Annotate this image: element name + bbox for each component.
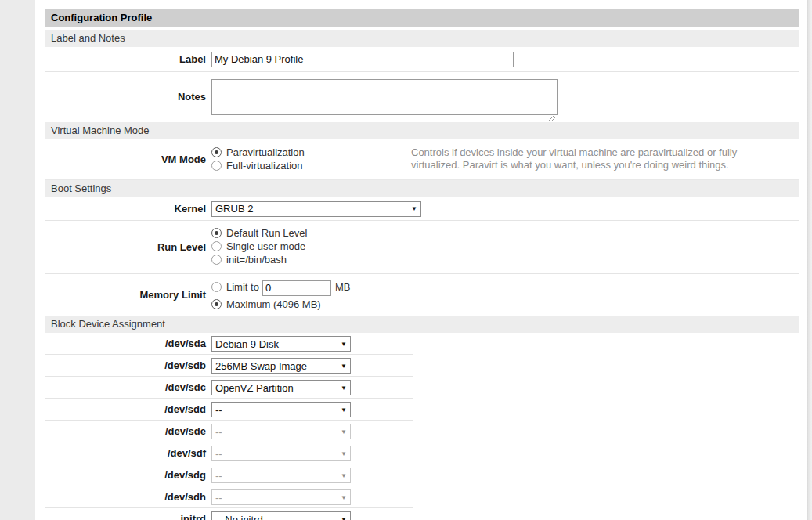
- block-device-row: /dev/sde -- ▼: [45, 421, 413, 442]
- chevron-down-icon: ▼: [411, 205, 419, 212]
- kernel-row: Kernel GRUB 2 ▼: [45, 197, 799, 221]
- block-device-row: /dev/sdd -- ▼: [45, 399, 413, 421]
- device-select[interactable]: Debian 9 Disk ▼: [211, 336, 351, 352]
- section-header-boot-settings: Boot Settings: [45, 180, 799, 197]
- run-level-row: Run Level Default Run Level Single user …: [45, 221, 799, 274]
- device-label: /dev/sdh: [45, 486, 206, 507]
- memory-limit-input[interactable]: [262, 280, 331, 296]
- section-header-label-notes: Label and Notes: [45, 30, 799, 47]
- block-device-row: /dev/sdb 256MB Swap Image ▼: [45, 355, 413, 377]
- chevron-down-icon: ▼: [341, 450, 348, 457]
- vm-mode-row: VM Mode Paravirtualization Full-virtuali…: [45, 139, 799, 180]
- device-label: /dev/sdb: [45, 355, 206, 376]
- device-label: /dev/sdg: [45, 464, 206, 486]
- memory-limit-row: Memory Limit Limit toMB Maximum (4096 MB…: [45, 274, 799, 316]
- notes-field-label: Notes: [45, 72, 206, 122]
- memory-limit-label: Memory Limit: [45, 289, 206, 301]
- chevron-down-icon: ▼: [341, 385, 348, 392]
- block-device-row: initrd -- No initrd -- ▼: [45, 508, 413, 520]
- page-title: Configuration Profile: [45, 9, 799, 27]
- chevron-down-icon: ▼: [341, 516, 348, 520]
- single-user-mode-radio-label: Single user mode: [226, 240, 305, 252]
- chevron-down-icon: ▼: [341, 363, 348, 370]
- device-select[interactable]: 256MB Swap Image ▼: [211, 358, 351, 374]
- chevron-down-icon: ▼: [341, 341, 348, 348]
- run-level-label: Run Level: [45, 241, 206, 253]
- device-select[interactable]: -- ▼: [211, 446, 351, 461]
- section-header-block-devices: Block Device Assignment: [45, 316, 799, 333]
- single-user-mode-radio[interactable]: [211, 241, 222, 251]
- device-label: /dev/sde: [45, 421, 206, 442]
- chevron-down-icon: ▼: [341, 494, 348, 501]
- device-label: /dev/sdf: [45, 442, 206, 464]
- limit-to-radio[interactable]: [211, 282, 222, 292]
- vm-mode-label: VM Mode: [45, 153, 206, 165]
- kernel-label: Kernel: [45, 203, 206, 215]
- device-label: /dev/sdc: [45, 377, 206, 398]
- section-header-vm-mode: Virtual Machine Mode: [45, 122, 799, 139]
- form-content: Configuration Profile Label and Notes La…: [45, 9, 799, 520]
- label-input[interactable]: [211, 52, 514, 67]
- maximum-memory-radio-label: Maximum (4096 MB): [226, 298, 321, 310]
- configuration-profile-page: Configuration Profile Label and Notes La…: [0, 0, 812, 520]
- notes-textarea[interactable]: [211, 79, 558, 115]
- paravirtualization-radio-label: Paravirtualization: [226, 146, 305, 158]
- init-bin-bash-radio[interactable]: [211, 255, 222, 265]
- block-device-row: /dev/sdg -- ▼: [45, 464, 413, 486]
- block-device-row: /dev/sda Debian 9 Disk ▼: [45, 333, 413, 355]
- vertical-scrollbar[interactable]: [807, 0, 812, 520]
- kernel-select-value: GRUB 2: [215, 203, 253, 215]
- device-label: initrd: [45, 508, 206, 520]
- block-device-row: /dev/sdf -- ▼: [45, 442, 413, 464]
- vm-mode-help-text: Controls if devices inside your virtual …: [411, 139, 771, 179]
- device-select[interactable]: -- ▼: [211, 489, 351, 505]
- default-run-level-radio[interactable]: [211, 228, 222, 238]
- kernel-select[interactable]: GRUB 2 ▼: [211, 201, 421, 217]
- paravirtualization-radio[interactable]: [211, 147, 222, 157]
- device-label: /dev/sdd: [45, 399, 206, 420]
- device-select[interactable]: -- ▼: [211, 402, 351, 417]
- label-field-row: Label: [45, 47, 799, 72]
- init-bin-bash-radio-label: init=/bin/bash: [226, 254, 287, 265]
- block-device-row: /dev/sdh -- ▼: [45, 486, 413, 508]
- limit-to-radio-label: Limit to: [226, 281, 259, 293]
- device-select[interactable]: OpenVZ Partition ▼: [211, 380, 351, 395]
- left-margin-strip: [0, 0, 35, 520]
- chevron-down-icon: ▼: [341, 428, 348, 435]
- device-select[interactable]: -- No initrd -- ▼: [211, 511, 351, 520]
- notes-field-row: Notes: [45, 72, 799, 122]
- device-select[interactable]: -- ▼: [211, 468, 351, 483]
- block-device-row: /dev/sdc OpenVZ Partition ▼: [45, 377, 413, 399]
- block-device-list: /dev/sda Debian 9 Disk ▼ /dev/sdb 256MB …: [45, 333, 799, 520]
- full-virtualization-radio[interactable]: [211, 161, 222, 171]
- maximum-memory-radio[interactable]: [211, 299, 222, 309]
- full-virtualization-radio-label: Full-virtualization: [226, 160, 303, 172]
- device-select[interactable]: -- ▼: [211, 424, 351, 439]
- label-field-label: Label: [45, 53, 206, 65]
- memory-limit-unit: MB: [335, 281, 351, 293]
- default-run-level-radio-label: Default Run Level: [226, 227, 307, 239]
- chevron-down-icon: ▼: [341, 406, 348, 413]
- device-label: /dev/sda: [45, 333, 206, 354]
- chevron-down-icon: ▼: [341, 472, 348, 479]
